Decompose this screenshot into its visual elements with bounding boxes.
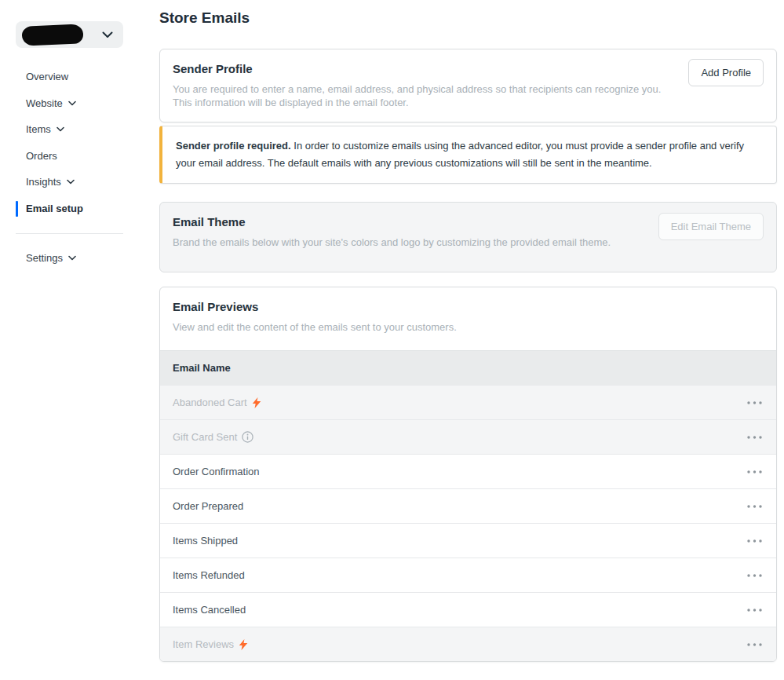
- sidebar-item-overview[interactable]: Overview: [26, 64, 144, 90]
- sidebar-item-items[interactable]: Items: [26, 116, 144, 143]
- email-table-column-header: Email Name: [160, 350, 776, 385]
- row-menu-button[interactable]: [746, 397, 764, 409]
- email-name: Item Reviews: [173, 638, 234, 650]
- row-menu-button[interactable]: [746, 535, 764, 547]
- sidebar-item-settings[interactable]: Settings: [26, 245, 144, 272]
- sidebar-item-email-setup[interactable]: Email setup: [26, 196, 144, 222]
- row-menu-button[interactable]: [746, 500, 764, 513]
- sender-profile-description: You are required to enter a name, email …: [173, 82, 764, 109]
- email-name: Order Confirmation: [173, 466, 260, 477]
- table-row[interactable]: Items Refunded: [160, 558, 776, 592]
- sidebar: OverviewWebsiteItemsOrdersInsightsEmail …: [0, 0, 159, 680]
- sidebar-item-website[interactable]: Website: [26, 90, 144, 117]
- chevron-down-icon: [102, 31, 113, 38]
- page-title: Store Emails: [159, 9, 777, 27]
- table-row[interactable]: Items Shipped: [160, 523, 776, 558]
- email-table-body: Abandoned CartGift Card SentOrder Confir…: [160, 385, 776, 661]
- email-previews-header: Email Previews View and edit the content…: [160, 287, 776, 350]
- email-name-column-label: Email Name: [173, 362, 231, 374]
- sender-profile-warning-banner: Sender profile required. In order to cus…: [159, 126, 777, 184]
- ellipsis-icon: [747, 643, 762, 646]
- sidebar-item-label: Orders: [26, 150, 57, 162]
- add-profile-button[interactable]: Add Profile: [688, 59, 764, 86]
- chevron-down-icon: [67, 179, 75, 185]
- row-menu-button[interactable]: [746, 638, 764, 651]
- email-name: Items Cancelled: [173, 604, 246, 616]
- sidebar-nav: OverviewWebsiteItemsOrdersInsightsEmail …: [26, 64, 144, 272]
- ellipsis-icon: [747, 470, 762, 473]
- store-name-redacted: [21, 24, 83, 46]
- sender-profile-title: Sender Profile: [173, 62, 764, 75]
- sidebar-item-label: Website: [26, 97, 63, 109]
- ellipsis-icon: [747, 539, 762, 543]
- sender-profile-description-line1: You are required to enter a name, email …: [173, 82, 764, 96]
- sidebar-item-label: Settings: [26, 252, 63, 264]
- email-name: Items Shipped: [173, 535, 238, 547]
- sidebar-item-insights[interactable]: Insights: [26, 169, 144, 196]
- row-menu-button[interactable]: [746, 466, 764, 478]
- chevron-down-icon: [57, 126, 64, 132]
- email-name: Order Prepared: [173, 500, 243, 512]
- sidebar-item-label: Email setup: [26, 203, 83, 214]
- bolt-icon: [239, 639, 248, 650]
- sidebar-item-label: Overview: [26, 71, 68, 82]
- sidebar-item-label: Items: [26, 123, 51, 135]
- sidebar-divider: [16, 233, 123, 234]
- sidebar-item-label: Insights: [26, 176, 61, 188]
- row-menu-button[interactable]: [746, 604, 764, 616]
- row-menu-button[interactable]: [746, 431, 764, 444]
- table-row[interactable]: Order Confirmation: [160, 454, 776, 488]
- table-row[interactable]: Gift Card Sent: [160, 419, 776, 454]
- edit-email-theme-button[interactable]: Edit Email Theme: [658, 213, 764, 240]
- warning-lead: Sender profile required.: [176, 140, 291, 152]
- sidebar-item-orders[interactable]: Orders: [26, 143, 144, 170]
- table-row[interactable]: Items Cancelled: [160, 592, 776, 627]
- table-row[interactable]: Abandoned Cart: [160, 385, 776, 419]
- email-previews-title: Email Previews: [173, 300, 764, 313]
- ellipsis-icon: [747, 401, 762, 404]
- email-name: Items Refunded: [173, 569, 245, 581]
- email-name: Gift Card Sent: [173, 431, 237, 443]
- info-icon: [242, 431, 253, 443]
- chevron-down-icon: [68, 255, 76, 261]
- email-previews-description: View and edit the content of the emails …: [173, 320, 764, 334]
- store-switcher[interactable]: [16, 21, 123, 48]
- sender-profile-description-line2: This information will be displayed in th…: [173, 96, 764, 109]
- main-content: Store Emails Sender Profile You are requ…: [159, 0, 777, 662]
- email-name: Abandoned Cart: [173, 397, 247, 408]
- bolt-icon: [252, 397, 261, 408]
- ellipsis-icon: [747, 505, 762, 508]
- row-menu-button[interactable]: [746, 569, 764, 582]
- table-row[interactable]: Item Reviews: [160, 627, 776, 661]
- ellipsis-icon: [747, 436, 762, 439]
- ellipsis-icon: [747, 574, 762, 577]
- email-previews-card: Email Previews View and edit the content…: [159, 287, 777, 662]
- email-theme-card: Email Theme Brand the emails below with …: [159, 202, 777, 272]
- chevron-down-icon: [68, 101, 76, 106]
- sender-profile-card: Sender Profile You are required to enter…: [159, 49, 777, 122]
- table-row[interactable]: Order Prepared: [160, 488, 776, 523]
- ellipsis-icon: [747, 609, 762, 612]
